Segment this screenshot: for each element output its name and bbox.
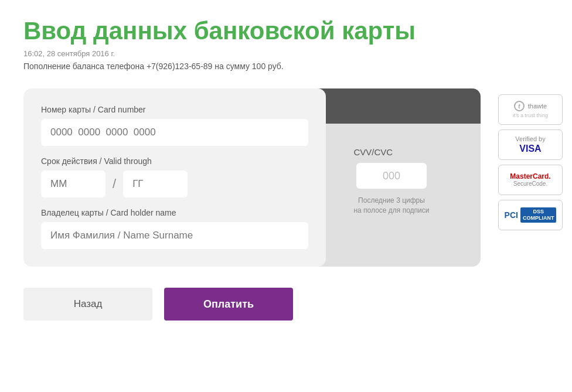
valid-label: Срок действия / Valid through	[41, 156, 308, 166]
month-input[interactable]	[41, 171, 105, 197]
holder-input[interactable]	[41, 222, 308, 249]
mc-top-text: MasterCard.	[510, 172, 550, 180]
cvv-hint: Последние 3 цифрына полосе для подписи	[353, 196, 429, 216]
dss-box: DSSCOMPLIANT	[520, 207, 557, 223]
holder-label: Владелец карты / Card holder name	[41, 208, 308, 217]
pci-badge: PCI DSSCOMPLIANT	[498, 200, 563, 230]
visa-main-text: VISA	[515, 143, 545, 154]
cvv-display: 000	[356, 163, 427, 189]
visa-badge: Verified by VISA	[498, 129, 563, 160]
card-front: Номер карты / Card number Срок действия …	[23, 88, 326, 267]
pci-text: PCI	[505, 210, 518, 220]
thawte-badge: t thawte it's a trust thing	[498, 94, 563, 125]
thawte-label: thawte	[528, 103, 547, 110]
thawte-sub: it's a trust thing	[513, 113, 548, 118]
page-title: Ввод данных банковской карты	[23, 18, 549, 45]
separator: /	[113, 176, 116, 192]
description-label: Пополнение баланса телефона +7(926)123-6…	[23, 62, 549, 71]
buttons-row: Назад Оплатить	[23, 288, 549, 321]
year-input[interactable]	[123, 171, 188, 197]
magnetic-stripe	[302, 88, 481, 124]
card-number-label: Номер карты / Card number	[41, 105, 308, 114]
mastercard-badge: MasterCard. SecureCode.	[498, 165, 563, 195]
visa-top-text: Verified by	[515, 135, 545, 143]
card-back: CVV/CVC 000 Последние 3 цифрына полосе д…	[302, 88, 481, 267]
back-button[interactable]: Назад	[23, 288, 152, 321]
pay-button[interactable]: Оплатить	[164, 288, 293, 321]
date-label: 16:02, 28 сентября 2016 г.	[23, 49, 549, 58]
security-badges: t thawte it's a trust thing Verified by …	[498, 94, 563, 230]
thawte-icon: t	[514, 101, 525, 111]
card-number-input[interactable]	[41, 119, 308, 146]
mc-bot-text: SecureCode.	[510, 180, 550, 188]
cvv-label: CVV/CVC	[353, 147, 393, 157]
